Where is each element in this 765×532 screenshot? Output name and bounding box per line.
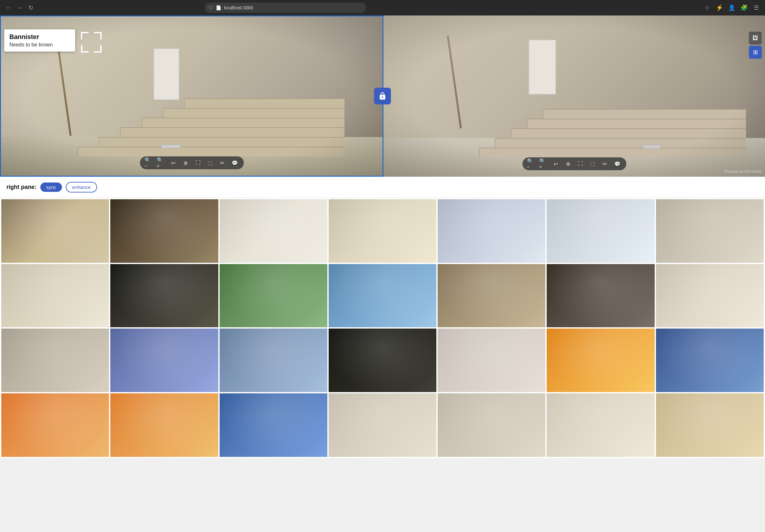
rotate-btn-left[interactable]: ↩	[169, 158, 178, 167]
compass-btn-right[interactable]: ⊕	[564, 159, 573, 168]
thumbnail-item[interactable]	[110, 393, 218, 457]
grid-panel-icon[interactable]: ⊞	[749, 46, 762, 59]
thumbnail-item[interactable]	[656, 199, 764, 263]
left-pane-toolbar: 🔍− 🔍+ ↩ ⊕ ⛶ ⬚ ✏ 💬	[140, 156, 244, 169]
annotation-description: Needs to be brown	[9, 42, 70, 48]
thumbnail-item[interactable]	[329, 393, 436, 457]
profile-icon[interactable]: 👤	[727, 3, 737, 13]
bannister-rail-right	[447, 35, 461, 128]
lock-icon	[378, 92, 387, 100]
bannister-rail-left	[56, 41, 72, 136]
thumbnail-item[interactable]	[110, 264, 218, 327]
rotate-btn-right[interactable]: ↩	[551, 159, 560, 168]
thumbnail-item[interactable]	[220, 264, 327, 327]
thumbnail-item[interactable]	[547, 328, 654, 392]
thumbnail-item[interactable]	[438, 264, 545, 327]
crop-btn-right[interactable]: ⬚	[588, 159, 597, 168]
powered-by-text: Powered by RICOH360	[725, 170, 762, 174]
thumbnail-item[interactable]	[1, 199, 109, 263]
image-panel-icon[interactable]: 🖼	[749, 32, 762, 45]
thumbnail-item[interactable]	[220, 393, 327, 457]
nav-buttons: ← → ↻	[4, 3, 35, 13]
corner-bracket	[78, 29, 104, 55]
right-pane-toolbar: 🔍− 🔍+ ↩ ⊕ ⛶ ⬚ ✏ 💬	[522, 157, 626, 170]
right-pane[interactable]: 🖼 ⊞ 🔍− 🔍+ ↩ ⊕ ⛶ ⬚ ✏ 💬 Powered by RICOH36…	[383, 15, 765, 177]
extensions-icon[interactable]: 🧩	[739, 3, 749, 13]
fullscreen-btn-left[interactable]: ⛶	[194, 158, 203, 167]
thumbnail-item[interactable]	[329, 199, 436, 263]
thumbnail-item[interactable]	[329, 328, 436, 392]
staircase-right	[479, 93, 746, 157]
browser-icons-right: ☆ ⚡ 👤 🧩 ☰	[702, 3, 761, 13]
thumbnail-item[interactable]	[656, 328, 764, 392]
bracket-icon	[78, 29, 104, 55]
shield-icon: 🛡	[209, 5, 213, 10]
menu-icon[interactable]: ☰	[751, 3, 761, 13]
zoom-in-btn-right[interactable]: 🔍+	[539, 159, 548, 168]
thumbnail-item[interactable]	[110, 328, 218, 392]
thumbnail-item[interactable]	[329, 264, 436, 327]
thumbnail-item[interactable]	[1, 328, 109, 392]
vent-right	[643, 145, 660, 148]
page-icon: 📄	[216, 5, 221, 10]
staircase-left	[77, 92, 345, 156]
thumbnail-item[interactable]	[220, 328, 327, 392]
thumbnail-item[interactable]	[547, 264, 654, 327]
crop-btn-left[interactable]: ⬚	[206, 158, 215, 167]
right-panel-icons: 🖼 ⊞	[749, 32, 762, 59]
thumbnail-item[interactable]	[220, 199, 327, 263]
right-scene	[383, 15, 765, 177]
address-bar[interactable]: 🛡 📄 localhost:3000	[205, 3, 366, 13]
thumbnail-item[interactable]	[438, 199, 545, 263]
door-right	[528, 40, 556, 95]
thumbnail-item[interactable]	[547, 199, 654, 263]
zoom-out-btn-left[interactable]: 🔍−	[145, 158, 154, 167]
thumbnail-item[interactable]	[1, 264, 109, 327]
lock-sync-button[interactable]	[374, 88, 391, 105]
comment-btn-right[interactable]: 💬	[613, 159, 622, 168]
controls-section: right pane: sync enhance	[0, 177, 765, 198]
reload-button[interactable]: ↻	[26, 3, 35, 13]
brush-btn-right[interactable]: ✏	[600, 159, 609, 168]
zoom-out-btn-right[interactable]: 🔍−	[527, 159, 536, 168]
thumbnail-item[interactable]	[656, 264, 764, 327]
forward-button[interactable]: →	[15, 3, 25, 13]
annotation-box: Bannister Needs to be brown	[4, 29, 75, 52]
sync-button[interactable]: sync	[40, 183, 62, 192]
brush-btn-left[interactable]: ✏	[218, 158, 227, 167]
door-left	[154, 48, 179, 100]
compass-btn-left[interactable]: ⊕	[181, 158, 190, 167]
browser-chrome: ← → ↻ 🛡 📄 localhost:3000 ☆ ⚡ 👤 🧩 ☰	[0, 0, 765, 15]
annotation-title: Bannister	[9, 33, 70, 41]
zoom-in-btn-left[interactable]: 🔍+	[157, 158, 166, 167]
back-button[interactable]: ←	[4, 3, 14, 13]
thumbnail-grid	[0, 198, 765, 458]
url-text: localhost:3000	[224, 5, 253, 10]
thumbnail-item[interactable]	[1, 393, 109, 457]
thumbnail-item[interactable]	[656, 393, 764, 457]
thumbnail-item[interactable]	[547, 393, 654, 457]
thumbnail-item[interactable]	[110, 199, 218, 263]
star-icon[interactable]: ☆	[702, 3, 712, 13]
controls-label: right pane:	[6, 184, 36, 191]
comment-btn-left[interactable]: 💬	[230, 158, 239, 167]
thumbnail-item[interactable]	[438, 393, 545, 457]
vent-left	[161, 145, 181, 148]
enhance-button[interactable]: enhance	[66, 182, 97, 193]
fullscreen-btn-right[interactable]: ⛶	[576, 159, 585, 168]
left-pane[interactable]: Bannister Needs to be brown 🔍− 🔍+ ↩ ⊕ ⛶ …	[0, 15, 383, 177]
thumbnail-item[interactable]	[438, 328, 545, 392]
viewer-container: Bannister Needs to be brown 🔍− 🔍+ ↩ ⊕ ⛶ …	[0, 15, 765, 177]
pocket-icon[interactable]: ⚡	[715, 3, 724, 13]
